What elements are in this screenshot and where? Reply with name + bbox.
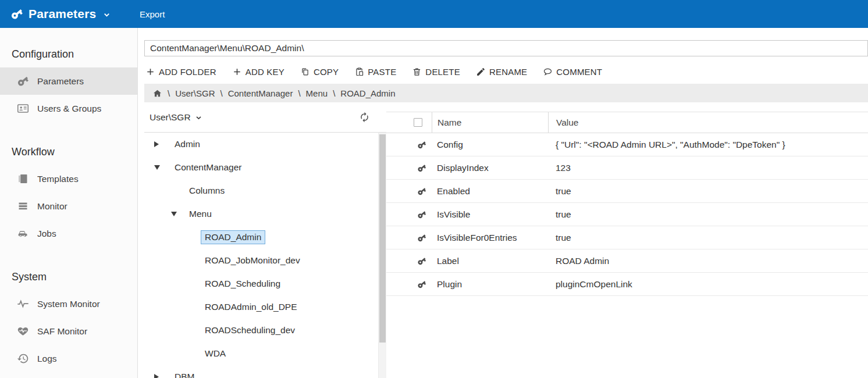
tree-item-roadscheduling-dev[interactable]: ROADScheduling_dev bbox=[144, 319, 378, 342]
content-split: User\SGR Admin ContentManager Columns bbox=[144, 102, 868, 378]
table-header: Name Value bbox=[386, 112, 868, 133]
sidebar-item-label: Users & Groups bbox=[37, 104, 101, 114]
table-row-displayindex[interactable]: DisplayIndex 123 bbox=[386, 156, 868, 180]
table-row-isvisiblefor0entries[interactable]: IsVisibleFor0Entries true bbox=[386, 226, 868, 249]
main-area: ADD FOLDER ADD KEY COPY PASTE DELETE REN… bbox=[138, 28, 868, 378]
paste-button[interactable]: PASTE bbox=[354, 67, 396, 77]
breadcrumb-segment-contentmanager[interactable]: ContentManager bbox=[228, 88, 293, 98]
tree-item-road-jobmonitor-dev[interactable]: ROAD_JobMonitor_dev bbox=[144, 249, 378, 272]
tree-scrollbar[interactable] bbox=[378, 132, 386, 378]
sidebar-item-system-monitor[interactable]: System Monitor bbox=[0, 290, 137, 318]
param-value: { "Url": "<ROAD Admin URL>", "AuthMode":… bbox=[548, 140, 868, 150]
home-icon[interactable] bbox=[152, 88, 162, 98]
sidebar: Configuration Parameters Users & Groups … bbox=[0, 28, 138, 378]
caret-down-icon[interactable] bbox=[171, 212, 177, 216]
refresh-icon[interactable] bbox=[359, 112, 370, 123]
breadcrumb-separator: \ bbox=[220, 88, 223, 98]
sidebar-item-logs[interactable]: Logs bbox=[0, 345, 137, 372]
delete-button[interactable]: DELETE bbox=[412, 67, 460, 77]
path-input[interactable] bbox=[144, 40, 868, 56]
history-icon bbox=[16, 352, 29, 365]
copy-button[interactable]: COPY bbox=[300, 67, 339, 77]
menu-export[interactable]: Export bbox=[140, 9, 165, 19]
sidebar-item-label: Templates bbox=[37, 174, 79, 184]
tree-header: User\SGR bbox=[144, 102, 378, 133]
add-folder-button[interactable]: ADD FOLDER bbox=[145, 67, 216, 77]
caret-right-icon[interactable] bbox=[154, 374, 159, 378]
key-icon bbox=[8, 5, 26, 23]
sidebar-item-label: Monitor bbox=[37, 201, 67, 212]
table-row-isvisible[interactable]: IsVisible true bbox=[386, 203, 868, 226]
plus-icon bbox=[145, 67, 155, 77]
toolbar: ADD FOLDER ADD KEY COPY PASTE DELETE REN… bbox=[145, 62, 868, 81]
breadcrumb-separator: \ bbox=[298, 88, 300, 98]
param-value: pluginCmOpenLink bbox=[548, 279, 868, 290]
copy-icon bbox=[300, 67, 310, 77]
sidebar-item-label: System Monitor bbox=[37, 299, 100, 309]
param-name: Label bbox=[432, 256, 548, 266]
tree-item-wda[interactable]: WDA bbox=[144, 342, 378, 365]
sidebar-item-monitor[interactable]: Monitor bbox=[0, 192, 137, 220]
app-menu-button[interactable]: Parameters bbox=[0, 7, 111, 21]
tree-item-dbm[interactable]: DBM bbox=[144, 365, 378, 378]
id-card-icon bbox=[16, 102, 29, 115]
table-row-label[interactable]: Label ROAD Admin bbox=[386, 249, 868, 273]
chevron-down-icon bbox=[102, 10, 111, 19]
param-name: Plugin bbox=[432, 279, 548, 290]
breadcrumb-segment-road-admin[interactable]: ROAD_Admin bbox=[340, 88, 395, 98]
table-row-config[interactable]: Config { "Url": "<ROAD Admin URL>", "Aut… bbox=[386, 133, 868, 156]
tree-item-contentmanager[interactable]: ContentManager bbox=[144, 156, 378, 179]
column-header-value[interactable]: Value bbox=[548, 112, 868, 133]
chevron-down-icon bbox=[195, 114, 202, 122]
add-key-button[interactable]: ADD KEY bbox=[232, 67, 284, 77]
topbar: Parameters Export bbox=[0, 0, 868, 28]
rename-button[interactable]: RENAME bbox=[476, 67, 527, 77]
tree-item-columns[interactable]: Columns bbox=[144, 179, 378, 202]
breadcrumb-segment-menu[interactable]: Menu bbox=[306, 88, 328, 98]
tree-item-menu[interactable]: Menu bbox=[144, 202, 378, 226]
breadcrumb-segment-user-sgr[interactable]: User\SGR bbox=[175, 88, 215, 98]
sidebar-item-parameters[interactable]: Parameters bbox=[0, 67, 137, 95]
key-icon bbox=[415, 161, 429, 174]
tree-item-roadadmin-old-dpe[interactable]: ROADAdmin_old_DPE bbox=[144, 295, 378, 319]
column-header-name[interactable]: Name bbox=[432, 112, 548, 133]
pulse-icon bbox=[16, 298, 29, 311]
app-title: Parameters bbox=[29, 7, 96, 21]
table-row-plugin[interactable]: Plugin pluginCmOpenLink bbox=[386, 273, 868, 296]
sidebar-item-users-groups[interactable]: Users & Groups bbox=[0, 95, 137, 122]
key-icon bbox=[415, 277, 429, 291]
table-row-enabled[interactable]: Enabled true bbox=[386, 180, 868, 203]
jobs-car-icon bbox=[16, 227, 29, 240]
tree-item-admin[interactable]: Admin bbox=[144, 133, 378, 156]
sidebar-item-label: Parameters bbox=[37, 76, 84, 87]
param-value: true bbox=[548, 186, 868, 197]
key-icon bbox=[415, 138, 429, 151]
key-icon bbox=[415, 231, 429, 244]
tree-item-road-scheduling[interactable]: ROAD_Scheduling bbox=[144, 272, 378, 295]
section-title-configuration: Configuration bbox=[0, 47, 137, 62]
param-value: true bbox=[548, 209, 868, 220]
key-icon bbox=[16, 75, 29, 88]
sidebar-item-label: Jobs bbox=[37, 229, 56, 239]
selected-tree-node[interactable]: ROAD_Admin bbox=[201, 230, 265, 244]
tree: Admin ContentManager Columns Menu ROAD_A… bbox=[144, 133, 378, 378]
sidebar-item-jobs[interactable]: Jobs bbox=[0, 220, 137, 247]
select-all-checkbox[interactable] bbox=[414, 118, 422, 127]
tree-item-road-admin[interactable]: ROAD_Admin bbox=[144, 226, 378, 249]
breadcrumb: \ User\SGR \ ContentManager \ Menu \ ROA… bbox=[144, 84, 868, 102]
heart-pulse-icon bbox=[16, 325, 29, 338]
caret-down-icon[interactable] bbox=[154, 165, 160, 170]
breadcrumb-separator: \ bbox=[333, 88, 335, 98]
key-icon bbox=[415, 208, 429, 221]
tree-root-selector[interactable]: User\SGR bbox=[150, 112, 202, 123]
tree-panel: User\SGR Admin ContentManager Columns bbox=[144, 102, 378, 378]
param-name: IsVisible bbox=[432, 209, 548, 220]
tree-root-label: User\SGR bbox=[150, 112, 191, 123]
sidebar-item-saf-monitor[interactable]: SAF Monitor bbox=[0, 318, 137, 345]
sidebar-item-templates[interactable]: Templates bbox=[0, 165, 137, 192]
comment-button[interactable]: COMMENT bbox=[543, 67, 602, 77]
templates-icon bbox=[16, 173, 29, 186]
param-value: ROAD Admin bbox=[548, 256, 868, 266]
caret-right-icon[interactable] bbox=[154, 141, 159, 147]
scrollbar-thumb[interactable] bbox=[379, 134, 386, 343]
